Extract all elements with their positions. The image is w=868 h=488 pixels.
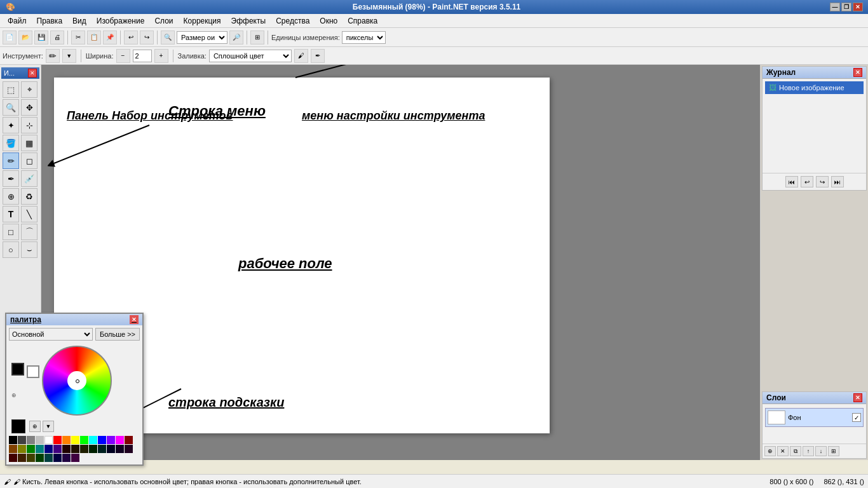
menu-file[interactable]: Файл xyxy=(3,14,32,27)
fill-select[interactable]: Сплошной цвет xyxy=(209,50,292,62)
history-redo[interactable]: ↪ xyxy=(816,176,829,187)
width-plus[interactable]: + xyxy=(154,49,168,63)
tool-move[interactable]: ✥ xyxy=(21,99,37,116)
layer-delete[interactable]: ✕ xyxy=(777,446,789,456)
tool-zoom[interactable]: 🔍 xyxy=(3,99,19,116)
tool-rect[interactable]: □ xyxy=(3,224,19,240)
tool-color-picker[interactable]: 💉 xyxy=(21,170,37,187)
layer-props[interactable]: ⊞ xyxy=(828,446,839,456)
history-undo[interactable]: ↩ xyxy=(801,176,813,187)
menu-edit[interactable]: Правка xyxy=(32,14,68,27)
mini-swatch-6[interactable] xyxy=(62,436,71,444)
history-last[interactable]: ⏭ xyxy=(831,176,844,187)
menu-window[interactable]: Окно xyxy=(315,14,342,27)
mini-swatch-29[interactable] xyxy=(18,454,26,462)
cut-btn[interactable]: ✂ xyxy=(71,30,85,44)
tool-fill[interactable]: 🪣 xyxy=(3,135,19,151)
restore-button[interactable]: ❐ xyxy=(841,3,851,11)
palette-more[interactable]: Больше >> xyxy=(95,328,140,341)
redo-btn[interactable]: ↪ xyxy=(140,30,154,44)
mini-swatch-5[interactable] xyxy=(53,436,62,444)
tool-gradient[interactable]: ▦ xyxy=(21,135,37,151)
mini-swatch-8[interactable] xyxy=(80,436,88,444)
mini-swatch-19[interactable] xyxy=(53,445,62,453)
copy-btn[interactable]: 📋 xyxy=(87,30,101,44)
mini-swatch-9[interactable] xyxy=(89,436,97,444)
color-wheel[interactable] xyxy=(42,346,112,416)
tool-line[interactable]: ╲ xyxy=(21,206,37,222)
mini-swatch-30[interactable] xyxy=(27,454,35,462)
mini-swatch-25[interactable] xyxy=(107,445,115,453)
mini-swatch-14[interactable] xyxy=(9,445,17,453)
menu-effects[interactable]: Эффекты xyxy=(226,14,271,27)
history-item-new[interactable]: 🖼 Новое изображение xyxy=(765,81,864,94)
tool-arrow[interactable]: ▼ xyxy=(62,49,76,63)
current-tool-btn[interactable]: ✏ xyxy=(46,49,60,63)
layer-visible[interactable]: ✓ xyxy=(852,413,861,422)
save-btn[interactable]: 💾 xyxy=(34,30,48,44)
tool-eraser[interactable]: ◻ xyxy=(21,152,37,169)
palette-type-select[interactable]: Основной xyxy=(9,328,93,341)
tool-freeform[interactable]: ⌣ xyxy=(21,241,37,258)
mini-swatch-22[interactable] xyxy=(80,445,88,453)
brush-style-btn[interactable]: 🖌 xyxy=(294,49,308,63)
tool-pencil[interactable]: ✒ xyxy=(3,170,19,187)
zoom-out-btn[interactable]: 🔎 xyxy=(229,30,243,44)
mini-swatch-3[interactable] xyxy=(36,436,44,444)
mini-swatch-17[interactable] xyxy=(36,445,44,453)
tool-ellipse[interactable]: ○ xyxy=(3,241,19,258)
tool-recolor[interactable]: ♻ xyxy=(21,188,37,205)
tool-lasso[interactable]: ⌖ xyxy=(21,81,37,98)
mini-swatch-1[interactable] xyxy=(18,436,26,444)
mini-swatch-26[interactable] xyxy=(116,445,124,453)
mini-swatch-2[interactable] xyxy=(27,436,35,444)
layer-background[interactable]: Фон ✓ xyxy=(765,408,864,427)
mini-swatch-7[interactable] xyxy=(71,436,79,444)
secondary-color-swatch[interactable] xyxy=(27,365,39,378)
tool-stamp[interactable]: ⊕ xyxy=(3,188,19,205)
history-first[interactable]: ⏮ xyxy=(785,176,798,187)
palette-arrow-btn[interactable]: ▼ xyxy=(43,421,54,432)
print-btn[interactable]: 🖨 xyxy=(50,30,64,44)
zoom-in-btn[interactable]: 🔍 xyxy=(161,30,175,44)
width-input[interactable]: 2 xyxy=(133,50,152,62)
menu-tools[interactable]: Средства xyxy=(271,14,315,27)
layers-close[interactable]: ✕ xyxy=(853,393,862,402)
undo-btn[interactable]: ↩ xyxy=(124,30,138,44)
menu-image[interactable]: Изображение xyxy=(92,14,150,27)
paste-btn[interactable]: 📌 xyxy=(103,30,117,44)
width-minus[interactable]: − xyxy=(116,49,130,63)
tool-shape[interactable]: ⌒ xyxy=(21,224,37,240)
grid-btn[interactable]: ⊞ xyxy=(250,30,264,44)
black-swatch[interactable] xyxy=(11,419,25,433)
workspace[interactable]: Строка меню Панель Набор инструметов мен… xyxy=(41,65,760,460)
menu-corrections[interactable]: Коррекция xyxy=(179,14,226,27)
menu-help[interactable]: Справка xyxy=(342,14,383,27)
menu-view[interactable]: Вид xyxy=(67,14,92,27)
mini-swatch-34[interactable] xyxy=(62,454,71,462)
mini-swatch-4[interactable] xyxy=(44,436,53,444)
mini-swatch-32[interactable] xyxy=(44,454,53,462)
mini-swatch-18[interactable] xyxy=(44,445,53,453)
mini-swatch-10[interactable] xyxy=(98,436,106,444)
mini-swatch-13[interactable] xyxy=(125,436,133,444)
open-btn[interactable]: 📂 xyxy=(18,30,32,44)
mini-swatch-15[interactable] xyxy=(18,445,26,453)
layer-duplicate[interactable]: ⧉ xyxy=(790,446,801,456)
layer-down[interactable]: ↓ xyxy=(815,446,827,456)
tool-rect-select[interactable]: ⬚ xyxy=(3,81,19,98)
mini-swatch-16[interactable] xyxy=(27,445,35,453)
menu-layers[interactable]: Слои xyxy=(149,14,178,27)
mini-swatch-21[interactable] xyxy=(71,445,79,453)
mini-swatch-0[interactable] xyxy=(9,436,17,444)
units-select[interactable]: пикселы xyxy=(342,31,386,44)
mini-swatch-24[interactable] xyxy=(98,445,106,453)
layer-up[interactable]: ↑ xyxy=(803,446,814,456)
tool-text[interactable]: T xyxy=(3,206,19,222)
layer-add[interactable]: ⊕ xyxy=(764,446,776,456)
mini-swatch-11[interactable] xyxy=(107,436,115,444)
tool-wand[interactable]: ✦ xyxy=(3,117,19,133)
tools-panel-close[interactable]: ✕ xyxy=(28,69,37,78)
mini-swatch-28[interactable] xyxy=(9,454,17,462)
zoom-select[interactable]: Размер ои xyxy=(177,31,227,44)
